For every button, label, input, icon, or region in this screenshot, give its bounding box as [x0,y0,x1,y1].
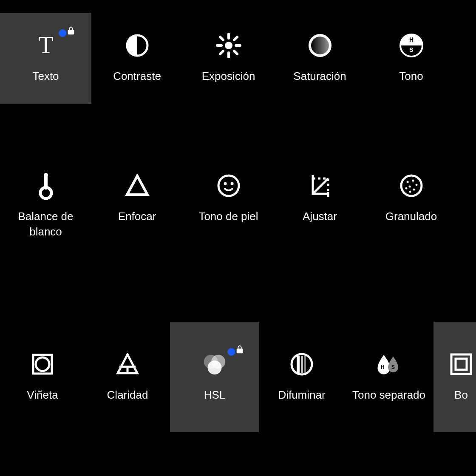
adjust-icon [306,172,334,199]
tool-contraste[interactable]: Contraste [91,13,183,104]
svg-point-21 [224,182,227,185]
tool-label: HSL [204,387,226,402]
tool-saturacion[interactable]: Saturación [274,13,366,104]
svg-rect-50 [456,359,467,370]
tool-exposicion[interactable]: Exposición [183,13,274,104]
tool-bo[interactable]: Bo [434,322,476,432]
split-tone-icon: H S [375,351,402,378]
tool-tonosep[interactable]: H S Tono separado [344,332,434,423]
text-icon: T [32,32,60,59]
svg-point-31 [405,187,407,190]
tools-row-3: Viñeta Claridad HSL [0,332,476,432]
border-icon [448,351,475,378]
svg-point-40 [208,360,222,374]
white-balance-icon [32,172,60,199]
saturation-icon [306,32,334,59]
svg-point-22 [230,182,233,185]
tool-label: Ajustar [303,209,337,224]
svg-line-7 [220,37,223,40]
tool-label: Tono [399,68,423,84]
tool-texto[interactable]: T Texto [0,13,91,104]
tool-label: Viñeta [27,387,58,402]
svg-point-29 [415,184,417,186]
svg-rect-49 [451,354,471,374]
exposure-icon [215,32,242,59]
tool-vineta[interactable]: Viñeta [0,332,85,423]
svg-rect-44 [304,356,306,373]
svg-line-8 [234,51,237,54]
tool-tonopiel[interactable]: Tono de piel [183,153,274,244]
sharpen-icon [124,172,151,199]
tool-label: Bo [454,387,468,402]
svg-point-2 [225,42,232,49]
svg-rect-43 [301,356,303,373]
tool-claridad[interactable]: Claridad [85,332,170,423]
svg-rect-42 [297,356,300,373]
tool-difuminar[interactable]: Difuminar [259,332,344,423]
tool-label: Claridad [107,387,148,402]
tone-icon: H S [398,32,425,59]
tool-label: Contraste [113,68,161,84]
tool-label: Tono de piel [198,209,258,224]
contrast-icon [124,32,151,59]
svg-point-27 [406,181,408,183]
tool-label: Granulado [385,209,437,224]
svg-point-32 [413,189,415,191]
tool-balance[interactable]: Balance de blanco [0,153,91,244]
svg-text:S: S [391,364,395,370]
svg-point-30 [408,186,411,188]
tools-grid: T Texto Contraste [0,0,476,244]
svg-point-28 [412,180,414,182]
tool-hsl[interactable]: HSL [170,322,259,432]
svg-text:H: H [381,364,385,370]
tool-label: Exposición [202,68,255,84]
tool-granulado[interactable]: Granulado [366,153,457,244]
tool-ajustar[interactable]: Ajustar [274,153,366,244]
svg-point-19 [44,173,48,177]
tool-tono[interactable]: H S Tono [366,13,457,104]
lock-icon [66,26,76,35]
hsl-icon [201,351,228,378]
tool-label: Tono separado [352,387,425,402]
svg-text:S: S [409,46,413,53]
tool-label: Balance de blanco [8,209,84,240]
lock-icon [235,345,244,354]
svg-text:H: H [409,36,413,43]
active-dot [59,29,66,37]
clarity-icon [114,351,141,378]
svg-point-26 [401,176,422,196]
svg-line-23 [313,178,328,194]
tool-label: Texto [32,68,59,84]
svg-line-10 [220,51,223,54]
svg-point-35 [36,357,49,371]
grain-icon [398,172,425,199]
blur-icon [288,351,315,378]
vignette-icon [29,351,56,378]
tool-label: Enfocar [118,209,156,224]
active-dot [227,348,235,356]
tool-label: Difuminar [278,387,325,402]
tool-enfocar[interactable]: Enfocar [91,153,183,244]
svg-point-20 [218,176,239,196]
skin-tone-icon [215,172,242,199]
svg-text:T: T [38,33,53,58]
svg-line-9 [234,37,237,40]
tool-label: Saturación [293,68,346,84]
svg-point-33 [409,191,411,193]
